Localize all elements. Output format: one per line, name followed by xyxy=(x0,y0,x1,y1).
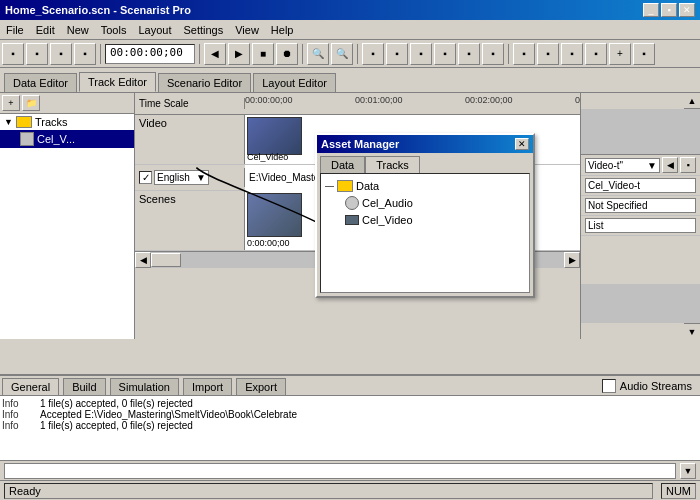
menu-edit[interactable]: Edit xyxy=(30,22,61,37)
toolbar-btn-9[interactable]: ▪ xyxy=(362,43,384,65)
toolbar-btn-18[interactable]: ▪ xyxy=(585,43,607,65)
toolbar-btn-6[interactable]: ▶ xyxy=(228,43,250,65)
asset-manager-title: Asset Manager xyxy=(321,138,399,150)
timecode-display[interactable]: 00:00:00;00 xyxy=(105,44,195,64)
toolbar-btn-10[interactable]: ▪ xyxy=(386,43,408,65)
bottom-log-content: Info 1 file(s) accepted, 0 file(s) rejec… xyxy=(0,396,700,460)
log-message-2: 1 file(s) accepted, 0 file(s) rejected xyxy=(40,420,193,431)
toolbar-btn-7[interactable]: ■ xyxy=(252,43,274,65)
toolbar-btn-8[interactable]: ⏺ xyxy=(276,43,298,65)
toolbar-sep-2 xyxy=(199,44,200,64)
toolbar-btn-4[interactable]: ▪ xyxy=(74,43,96,65)
tree-root-item[interactable]: ▼ Tracks xyxy=(0,114,134,130)
window-controls[interactable]: _ ▪ ✕ xyxy=(643,3,695,17)
toolbar-btn-17[interactable]: ▪ xyxy=(561,43,583,65)
properties-field1[interactable]: Cel_Video-t xyxy=(585,178,696,193)
audio-streams-checkbox[interactable] xyxy=(602,379,616,393)
audio-streams-label: Audio Streams xyxy=(620,380,692,392)
toolbar-btn-zoom-in[interactable]: 🔍 xyxy=(307,43,329,65)
bottom-tab-build[interactable]: Build xyxy=(63,378,105,395)
toolbar-btn-20[interactable]: ▪ xyxy=(633,43,655,65)
properties-field2[interactable]: Not Specified xyxy=(585,198,696,213)
toolbar-sep-5 xyxy=(508,44,509,64)
menu-help[interactable]: Help xyxy=(265,22,300,37)
tree-root-label: Tracks xyxy=(35,116,68,128)
tab-track-editor[interactable]: Track Editor xyxy=(79,72,156,92)
scenes-track-label: Scenes xyxy=(135,191,245,250)
tree-add-button[interactable]: + xyxy=(2,95,20,111)
toolbar-btn-5[interactable]: ◀ xyxy=(204,43,226,65)
main-toolbar: ▪ ▪ ▪ ▪ 00:00:00;00 ◀ ▶ ■ ⏺ 🔍 🔍 ▪ ▪ ▪ ▪ … xyxy=(0,40,700,68)
scenes-thumbnail-img xyxy=(248,194,301,236)
scenes-clip-thumbnail xyxy=(247,193,302,237)
tree-toolbar: + 📁 xyxy=(0,93,134,114)
item-icon xyxy=(20,132,34,146)
bottom-tab-export[interactable]: Export xyxy=(236,378,286,395)
tab-scenario-editor[interactable]: Scenario Editor xyxy=(158,73,251,92)
toolbar-btn-11[interactable]: ▪ xyxy=(410,43,432,65)
bottom-tab-general[interactable]: General xyxy=(2,378,59,395)
hscroll-left-btn[interactable]: ◀ xyxy=(135,252,151,268)
audio-streams-area: Audio Streams xyxy=(602,376,700,395)
toolbar-btn-3[interactable]: ▪ xyxy=(50,43,72,65)
video-track-label: Video xyxy=(135,115,245,164)
timescale-ticks: 00:00:00;00 00:01:00;00 00:02:00;00 00:0… xyxy=(245,93,580,115)
toolbar-sep-4 xyxy=(357,44,358,64)
toolbar-btn-14[interactable]: ▪ xyxy=(482,43,504,65)
audio1-language: English xyxy=(157,172,190,183)
bottom-tab-import[interactable]: Import xyxy=(183,378,232,395)
folder-collapse-icon: ▼ xyxy=(4,117,13,127)
audio1-language-dropdown[interactable]: English ▼ xyxy=(154,170,209,185)
properties-btn1[interactable]: ◀ xyxy=(662,157,678,173)
restore-button[interactable]: ▪ xyxy=(661,3,677,17)
tab-data-editor[interactable]: Data Editor xyxy=(4,73,77,92)
asset-tab-data[interactable]: Data xyxy=(320,156,365,173)
asset-item-audio[interactable]: Cel_Audio xyxy=(325,194,525,212)
right-scroll-up-btn[interactable]: ▲ xyxy=(684,93,700,109)
menu-view[interactable]: View xyxy=(229,22,265,37)
toolbar-btn-1[interactable]: ▪ xyxy=(2,43,24,65)
properties-dropdown-value: Video-t" xyxy=(588,160,623,171)
audio1-checkbox[interactable]: ✓ xyxy=(139,171,152,184)
toolbar-btn-12[interactable]: ▪ xyxy=(434,43,456,65)
bottom-toolbar: ▼ xyxy=(0,460,700,480)
toolbar-btn-19[interactable]: + xyxy=(609,43,631,65)
menu-new[interactable]: New xyxy=(61,22,95,37)
menu-settings[interactable]: Settings xyxy=(177,22,229,37)
minimize-button[interactable]: _ xyxy=(643,3,659,17)
tree-child-item[interactable]: Cel_V... xyxy=(0,130,134,148)
menu-tools[interactable]: Tools xyxy=(95,22,133,37)
menu-layout[interactable]: Layout xyxy=(132,22,177,37)
menu-file[interactable]: File xyxy=(0,22,30,37)
tab-layout-editor[interactable]: Layout Editor xyxy=(253,73,336,92)
hscroll-thumb[interactable] xyxy=(151,253,181,267)
asset-manager-dialog: Asset Manager ✕ Data Tracks — Data Cel_A… xyxy=(315,133,535,298)
properties-btn2[interactable]: ▪ xyxy=(680,157,696,173)
properties-field3[interactable]: List xyxy=(585,218,696,233)
toolbar-btn-2[interactable]: ▪ xyxy=(26,43,48,65)
bottom-dropdown-btn[interactable]: ▼ xyxy=(680,463,696,479)
asset-manager-close-button[interactable]: ✕ xyxy=(515,138,529,150)
properties-dropdown[interactable]: Video-t" ▼ xyxy=(585,158,660,173)
folder-icon xyxy=(16,116,32,128)
asset-expand-icon: — xyxy=(325,181,334,191)
hscroll-right-btn[interactable]: ▶ xyxy=(564,252,580,268)
bottom-tab-simulation[interactable]: Simulation xyxy=(110,378,179,395)
toolbar-btn-zoom-out[interactable]: 🔍 xyxy=(331,43,353,65)
log-type-1: Info xyxy=(2,409,32,420)
status-bar: Ready NUM xyxy=(0,480,700,500)
tree-folder-button[interactable]: 📁 xyxy=(22,95,40,111)
asset-tab-tracks[interactable]: Tracks xyxy=(365,156,420,173)
left-tree-panel: + 📁 ▼ Tracks Cel_V... ◀ ▶ xyxy=(0,93,135,339)
properties-field2-row: Not Specified xyxy=(581,196,700,216)
toolbar-btn-16[interactable]: ▪ xyxy=(537,43,559,65)
right-scroll-down-btn[interactable]: ▼ xyxy=(684,323,700,339)
asset-item-video[interactable]: Cel_Video xyxy=(325,212,525,228)
tick-0: 00:00:00;00 xyxy=(245,93,293,105)
log-type-2: Info xyxy=(2,420,32,431)
close-button[interactable]: ✕ xyxy=(679,3,695,17)
status-ready: Ready xyxy=(4,483,653,499)
toolbar-btn-13[interactable]: ▪ xyxy=(458,43,480,65)
toolbar-btn-15[interactable]: ▪ xyxy=(513,43,535,65)
log-message-1: Accepted E:\Video_Mastering\SmeltVideo\B… xyxy=(40,409,297,420)
